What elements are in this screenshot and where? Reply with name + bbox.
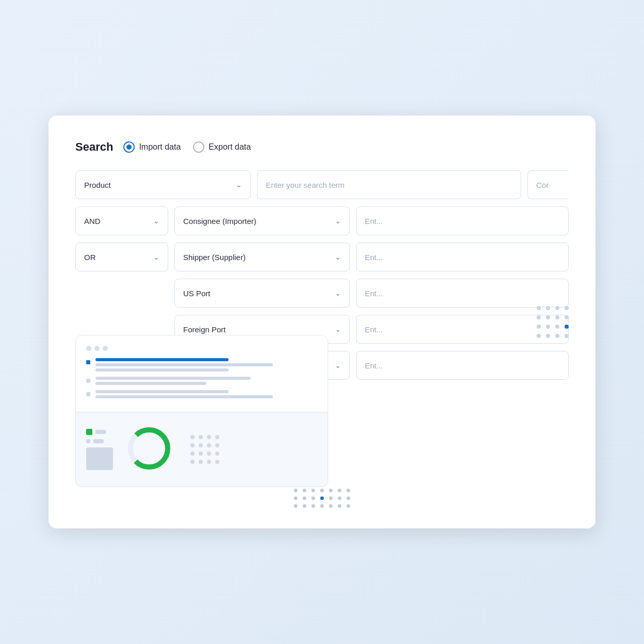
and-operator-text: AND [84, 217, 101, 226]
foreignport-search-placeholder: Ent... [365, 325, 383, 334]
page-background: Search Import data Export data Product [0, 0, 644, 644]
search-input-consignee[interactable]: Ent... [356, 206, 569, 235]
rd-16 [565, 334, 569, 338]
rd-12-active [565, 325, 569, 329]
dot-r2-6 [338, 496, 342, 500]
rd-13 [537, 334, 541, 338]
rd-1 [537, 306, 541, 310]
export-radio-circle[interactable] [193, 141, 204, 153]
import-radio-circle[interactable] [123, 141, 135, 153]
consignee-select-text: Consignee (Importer) [183, 217, 256, 226]
import-data-option[interactable]: Import data [123, 141, 181, 153]
field-select-usport[interactable]: US Port ⌄ [174, 279, 350, 308]
export-data-label: Export data [208, 142, 251, 152]
country-origin-search-placeholder: Ent... [365, 361, 383, 370]
mini-rect-2 [86, 439, 90, 443]
main-card: Search Import data Export data Product [49, 116, 595, 528]
foreignport-select-text: Foreign Port [183, 325, 226, 334]
pd-13 [190, 460, 195, 464]
right-decoration-dots [537, 306, 569, 338]
mini-rect-1 [95, 430, 106, 434]
rd-2 [546, 306, 550, 310]
dot-r1-1 [294, 489, 298, 492]
dot-r2-4-active [320, 496, 324, 500]
dot-r1-2 [303, 489, 307, 492]
mini-square-green [86, 429, 92, 435]
preview-big-square [86, 447, 113, 470]
rd-7 [555, 315, 559, 319]
pd-12 [215, 452, 219, 456]
dot-r2-5 [329, 496, 333, 500]
mini-rect-3 [93, 439, 104, 443]
cor-input-row1[interactable]: Cor [527, 170, 569, 199]
preview-dots-grid [190, 435, 219, 464]
dot-r1-4 [320, 489, 324, 492]
preview-line-6 [95, 395, 273, 398]
rd-14 [546, 334, 550, 338]
dot-r2-1 [294, 496, 298, 500]
pd-7 [207, 443, 211, 447]
field-select-shipper[interactable]: Shipper (Supplier) ⌄ [174, 243, 350, 271]
export-data-option[interactable]: Export data [193, 141, 251, 153]
usport-chevron-icon: ⌄ [335, 289, 341, 297]
rd-3 [555, 306, 559, 310]
dot-r3-5 [329, 504, 333, 508]
preview-list-item-1 [86, 358, 317, 372]
operator-select-and[interactable]: AND ⌄ [75, 206, 168, 235]
search-input-shipper[interactable]: Ent... [356, 243, 569, 271]
preview-lines-2 [95, 377, 317, 385]
preview-list-item-3 [86, 390, 317, 398]
pd-15 [207, 460, 211, 464]
search-row-3: OR ⌄ Shipper (Supplier) ⌄ Ent... [75, 243, 569, 271]
dot-r3-2 [303, 504, 307, 508]
search-input-product[interactable]: Enter your search term [257, 170, 521, 199]
preview-line-2 [95, 368, 229, 372]
pd-3 [207, 435, 211, 439]
pd-8 [215, 443, 219, 447]
rd-8 [565, 315, 569, 319]
donut-chart-svg [123, 423, 175, 474]
rd-6 [546, 315, 550, 319]
dot-r3-3 [312, 504, 315, 508]
search-row-1: Product ⌄ Enter your search term Cor [75, 170, 569, 199]
product-search-placeholder: Enter your search term [266, 181, 345, 189]
browser-dot-3 [103, 346, 108, 351]
pd-2 [199, 435, 203, 439]
search-row-2: AND ⌄ Consignee (Importer) ⌄ Ent... [75, 206, 569, 235]
pd-6 [199, 443, 203, 447]
dot-r1-7 [347, 489, 350, 492]
field-select-product[interactable]: Product ⌄ [75, 170, 251, 199]
operator-select-or[interactable]: OR ⌄ [75, 243, 168, 271]
search-input-country-origin[interactable]: Ent... [356, 351, 569, 380]
field-select-consignee[interactable]: Consignee (Importer) ⌄ [174, 206, 350, 235]
dots-row-1 [294, 489, 350, 492]
dot-r3-7 [347, 504, 350, 508]
preview-line-accent [95, 358, 229, 361]
bottom-decoration-dots [294, 489, 350, 512]
preview-top-section [76, 335, 328, 412]
pd-1 [190, 435, 195, 439]
rd-15 [555, 334, 559, 338]
shipper-select-text: Shipper (Supplier) [183, 253, 246, 262]
search-input-usport[interactable]: Ent... [356, 279, 569, 308]
preview-lines-3 [95, 390, 317, 398]
search-header: Search Import data Export data [75, 140, 569, 154]
shipper-search-placeholder: Ent... [365, 253, 383, 262]
consignee-chevron-icon: ⌄ [335, 217, 341, 225]
dots-row-3 [294, 504, 350, 508]
import-data-label: Import data [139, 142, 181, 152]
preview-lines-1 [95, 358, 317, 372]
usport-search-placeholder: Ent... [365, 289, 383, 298]
browser-dot-1 [86, 346, 91, 351]
dot-r3-1 [294, 504, 298, 508]
pd-11 [207, 452, 211, 456]
mini-row-2 [86, 439, 113, 443]
rd-10 [546, 325, 550, 329]
radio-group: Import data Export data [123, 141, 251, 153]
dot-r2-7 [347, 496, 350, 500]
dots-row-2 [294, 496, 350, 500]
browser-dot-2 [94, 346, 100, 351]
list-icon-1 [86, 360, 90, 364]
rd-9 [537, 325, 541, 329]
search-label: Search [75, 140, 113, 154]
